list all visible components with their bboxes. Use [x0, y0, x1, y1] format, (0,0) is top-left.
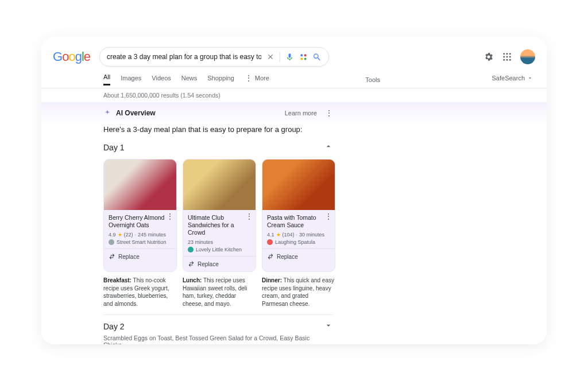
search-input[interactable] — [107, 53, 261, 61]
chevron-down-icon[interactable] — [324, 321, 333, 332]
breakfast-desc: Breakfast: This no-cook recipe uses Gree… — [103, 277, 177, 308]
svg-point-4 — [503, 53, 505, 55]
svg-rect-2 — [300, 57, 303, 60]
svg-point-7 — [503, 56, 505, 58]
lunch-desc: Lunch: This recipe uses Hawaiian sweet r… — [183, 277, 256, 308]
swap-icon — [188, 261, 195, 267]
source-favicon-icon — [109, 239, 114, 245]
recipe-card-breakfast[interactable]: ⋮ Berry Cherry Almond Overnight Oats 4.9… — [103, 159, 177, 272]
safesearch-toggle[interactable]: SafeSearch — [492, 75, 533, 81]
ai-overview-header: AI Overview Learn more ⋮ — [103, 109, 333, 117]
search-icon[interactable] — [312, 52, 322, 61]
svg-point-8 — [506, 56, 508, 58]
ai-overview-panel: AI Overview Learn more ⋮ Here's a 3-day … — [41, 102, 547, 344]
sparkle-icon — [103, 109, 111, 117]
day1-header[interactable]: Day 1 — [103, 142, 333, 153]
ai-summary-text: Here's a 3-day meal plan that is easy to… — [103, 125, 333, 134]
tools-button[interactable]: Tools — [365, 76, 380, 83]
recipe-meta: 4.1 ★ (104) · 30 minutes — [267, 232, 330, 238]
gear-icon[interactable] — [483, 52, 494, 62]
learn-more-link[interactable]: Learn more — [285, 110, 317, 116]
recipe-meta: 4.9 ★ (22) · 245 minutes — [109, 232, 172, 238]
header-actions — [483, 49, 535, 64]
svg-point-6 — [509, 53, 511, 55]
day1-title: Day 1 — [103, 143, 125, 152]
avatar[interactable] — [520, 49, 535, 64]
recipe-source: Laughing Spatula — [267, 239, 330, 245]
day1-cards: ⋮ Berry Cherry Almond Overnight Oats 4.9… — [103, 159, 335, 272]
day2-section: Day 2 Scrambled Eggs on Toast, Best Toss… — [103, 314, 333, 344]
svg-point-5 — [506, 53, 508, 55]
recipe-title: Berry Cherry Almond Overnight Oats — [109, 214, 172, 229]
svg-point-12 — [509, 59, 511, 61]
divider — [280, 52, 280, 62]
tab-all[interactable]: All — [103, 73, 110, 85]
mic-icon[interactable] — [285, 52, 294, 61]
google-logo[interactable]: Google — [53, 49, 90, 64]
lens-icon[interactable] — [299, 52, 308, 61]
svg-point-3 — [304, 57, 306, 60]
card-menu-icon[interactable]: ⋮ — [166, 213, 174, 219]
apps-icon[interactable] — [502, 52, 512, 62]
svg-point-10 — [503, 59, 505, 61]
card-menu-icon[interactable]: ⋮ — [324, 213, 332, 219]
ai-overview-title: AI Overview — [116, 109, 156, 117]
replace-button[interactable]: Replace — [104, 248, 176, 264]
day2-header[interactable]: Day 2 — [103, 321, 333, 332]
star-icon: ★ — [276, 232, 281, 238]
tab-images[interactable]: Images — [121, 75, 141, 85]
recipe-source: Lovely Little Kitchen — [188, 247, 251, 252]
recipe-title: Ultimate Club Sandwiches for a Crowd — [188, 214, 251, 236]
clear-icon[interactable] — [266, 52, 275, 61]
svg-rect-0 — [300, 54, 303, 56]
tab-news[interactable]: News — [181, 75, 198, 85]
tab-shopping[interactable]: Shopping — [207, 75, 234, 85]
chevron-up-icon[interactable] — [324, 142, 333, 153]
recipe-meta: 23 minutes — [188, 239, 251, 245]
results-count: About 1,650,000,000 results (1.54 second… — [41, 88, 547, 102]
replace-button[interactable]: Replace — [183, 256, 256, 271]
swap-icon — [267, 253, 274, 260]
chevron-down-icon — [527, 75, 533, 81]
svg-point-11 — [506, 59, 508, 61]
recipe-image — [104, 160, 176, 210]
source-favicon-icon — [188, 247, 194, 252]
source-favicon-icon — [267, 239, 273, 245]
ai-menu-icon[interactable]: ⋮ — [325, 110, 333, 116]
recipe-card-dinner[interactable]: ⋮ Pasta with Tomato Cream Sauce 4.1 ★ (1… — [262, 159, 335, 272]
day2-title: Day 2 — [103, 322, 125, 331]
dinner-desc: Dinner: This quick and easy recipe uses … — [262, 277, 335, 308]
search-box[interactable] — [99, 47, 329, 67]
replace-button[interactable]: Replace — [262, 248, 335, 264]
tab-videos[interactable]: Videos — [152, 75, 171, 85]
recipe-image — [183, 160, 256, 210]
tab-more[interactable]: ⋮More — [245, 75, 269, 85]
recipe-title: Pasta with Tomato Cream Sauce — [267, 214, 330, 229]
card-menu-icon[interactable]: ⋮ — [245, 213, 253, 219]
swap-icon — [109, 253, 115, 260]
recipe-source: Street Smart Nutrition — [109, 239, 172, 245]
star-icon: ★ — [118, 232, 122, 238]
day2-preview-text: Scrambled Eggs on Toast, Best Tossed Gre… — [103, 335, 333, 344]
svg-point-9 — [509, 56, 511, 58]
day1-descriptions: Breakfast: This no-cook recipe uses Gree… — [103, 277, 335, 308]
svg-rect-1 — [304, 54, 306, 56]
app-frame: Google — [41, 37, 547, 344]
recipe-card-lunch[interactable]: ⋮ Ultimate Club Sandwiches for a Crowd 2… — [183, 159, 256, 272]
recipe-image — [262, 160, 335, 210]
search-tabs: All Images Videos News Shopping ⋮More To… — [41, 71, 547, 88]
topbar: Google — [41, 37, 547, 71]
more-dots-icon: ⋮ — [245, 75, 253, 81]
